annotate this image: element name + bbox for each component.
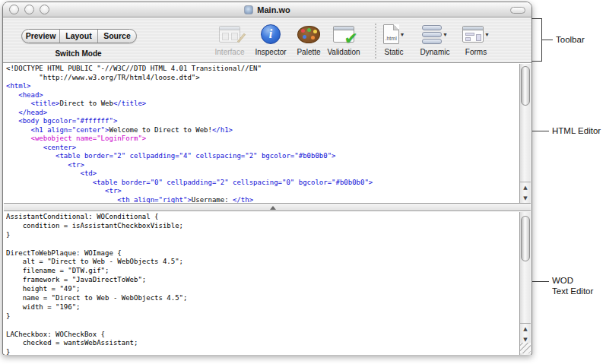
callout-line-html-editor	[532, 131, 549, 131]
toolbar-item-label: Inspector	[251, 48, 290, 56]
code-line: <tr>	[6, 187, 518, 196]
code-line: AssistantConditional: WOConditional {	[6, 213, 518, 222]
wod-editor-pane[interactable]: AssistantConditional: WOConditional { co…	[4, 211, 531, 355]
scroll-down-arrow[interactable]: ▼	[520, 193, 531, 204]
callout-label-toolbar: Toolbar	[556, 34, 585, 45]
window-title: Main.wo	[257, 5, 290, 14]
toolbar-item-label: Static	[377, 48, 411, 56]
code-line: condition = isAssistantCheckboxVisible;	[6, 222, 518, 231]
code-line: <title>Direct to Web</title>	[6, 100, 518, 109]
wod-editor-scrollbar[interactable]: ▲ ▼	[519, 212, 531, 355]
code-line: filename = "DTW.gif";	[6, 267, 518, 276]
interface-icon	[219, 26, 240, 43]
scroll-up-arrow[interactable]: ▲	[520, 324, 531, 334]
titlebar[interactable]: Main.wo	[3, 2, 531, 17]
code-line: <center>	[6, 144, 518, 153]
code-line: }	[6, 348, 518, 355]
html-editor-scrollbar[interactable]: ▲ ▼	[519, 64, 531, 203]
code-line: <table border="2" cellpadding="4" cellsp…	[6, 152, 518, 161]
toolbar-item-label: Interface	[210, 48, 249, 56]
window-title-area: Main.wo	[3, 2, 531, 17]
forms-icon	[462, 26, 484, 43]
pencil-icon	[237, 33, 246, 43]
validation-icon: ✔	[333, 26, 354, 43]
code-line: }	[6, 231, 518, 240]
toolbar-item-static[interactable]: .html ▼ Static	[377, 22, 411, 56]
callout-bracket-top	[531, 18, 542, 19]
code-line: <table border="0" cellpadding="2" cellsp…	[6, 179, 518, 188]
callout-label-html-editor: HTML Editor	[552, 125, 601, 136]
code-line: <h1 align="center">Welcome to Direct to …	[6, 126, 518, 135]
pane-splitter[interactable]	[4, 203, 531, 211]
wod-code[interactable]: AssistantConditional: WOConditional { co…	[6, 213, 518, 355]
callout-line-wod-editor	[532, 281, 549, 282]
code-line: height = "49";	[6, 285, 518, 294]
static-html-icon: .html	[383, 24, 399, 44]
switch-mode-label: Switch Mode	[21, 49, 135, 58]
chevron-down-icon: ▼	[400, 32, 405, 37]
code-line: DirectToWebPlaque: WOImage {	[6, 249, 518, 258]
scrollbar-thumb[interactable]	[521, 66, 530, 106]
code-line: <td>	[6, 169, 518, 179]
toolbar-item-forms[interactable]: ▼ Forms	[458, 22, 494, 56]
code-line: <webobject name="LoginForm">	[6, 135, 518, 144]
code-line: <!DOCTYPE HTML PUBLIC "-//W3C//DTD HTML …	[6, 65, 518, 74]
callout-label-wod-line2: Text Editor	[552, 286, 593, 296]
code-line: </head>	[6, 109, 518, 118]
toolbar-item-dynamic[interactable]: ▼ Dynamic	[415, 22, 455, 56]
toolbar-item-interface: Interface	[210, 22, 249, 56]
segment-layout[interactable]: Layout	[60, 30, 98, 43]
code-line: alt = "Direct to Web - WebObjects 4.5";	[6, 258, 518, 267]
toolbar: Preview Layout Source Switch Mode Interf…	[3, 17, 531, 63]
scrollbar-thumb[interactable]	[521, 216, 530, 261]
code-line: LACheckbox: WOCheckBox {	[6, 331, 518, 340]
code-line: checked = wantsWebAssistant;	[6, 339, 518, 348]
code-line: <tr>	[6, 161, 518, 170]
toolbar-toggle-button[interactable]	[510, 7, 525, 14]
palette-icon	[297, 26, 320, 43]
toolbar-item-label: Validation	[322, 48, 365, 56]
code-line: <body bgcolor="#ffffff">	[6, 117, 518, 126]
toolbar-item-label: Palette	[290, 48, 327, 56]
inspector-icon: i	[261, 24, 281, 44]
splitter-dimple-icon	[270, 206, 276, 210]
html-editor-pane[interactable]: <!DOCTYPE HTML PUBLIC "-//W3C//DTD HTML …	[4, 63, 531, 203]
scroll-up-arrow[interactable]: ▲	[520, 182, 531, 193]
switch-mode-segmented-control: Preview Layout Source	[21, 29, 137, 43]
toolbar-separator	[375, 24, 376, 59]
toolbar-item-palette[interactable]: Palette	[290, 22, 327, 56]
window-resize-grip[interactable]	[520, 343, 531, 353]
checkmark-icon: ✔	[344, 32, 358, 46]
callout-label-wod-editor: WOD Text Editor	[552, 275, 593, 296]
html-code[interactable]: <!DOCTYPE HTML PUBLIC "-//W3C//DTD HTML …	[6, 65, 518, 203]
document-icon	[244, 5, 253, 14]
code-line: <html>	[6, 82, 518, 91]
code-line: name = "Direct to Web - WebObjects 4.5";	[6, 294, 518, 303]
code-line: width = "196";	[6, 303, 518, 312]
callout-bracket-bottom	[531, 61, 542, 62]
callout-label-wod-line1: WOD	[552, 275, 593, 286]
callout-line-toolbar	[541, 40, 553, 40]
dynamic-elements-icon	[422, 25, 442, 44]
code-line	[6, 321, 518, 331]
code-line: }	[6, 312, 518, 321]
toolbar-item-label: Forms	[458, 48, 494, 56]
code-line: "http://www.w3.org/TR/html4/loose.dtd">	[6, 74, 518, 83]
code-line: <head>	[6, 91, 518, 100]
segment-preview[interactable]: Preview	[22, 30, 60, 43]
webobjects-builder-window: Main.wo Preview Layout Source Switch Mod…	[2, 2, 532, 355]
toolbar-item-label: Dynamic	[415, 48, 455, 56]
toolbar-item-inspector[interactable]: i Inspector	[251, 22, 290, 56]
toolbar-item-validation[interactable]: ✔ Validation	[322, 22, 365, 56]
chevron-down-icon: ▼	[484, 32, 490, 37]
code-line	[6, 240, 518, 249]
chevron-down-icon: ▼	[443, 32, 448, 37]
code-line: <th align="right">Username: </th>	[6, 196, 518, 204]
code-line: framework = "JavaDirectToWeb";	[6, 276, 518, 285]
segment-source[interactable]: Source	[98, 30, 136, 43]
